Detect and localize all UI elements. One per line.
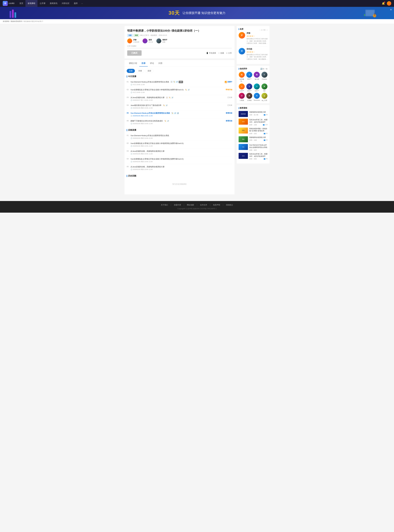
nav-news[interactable]: 新闻资讯 [48, 0, 60, 7]
lesson-title: Java项目面试实操 提升大厂面试成功率 ✏️ 🔗 [130, 104, 226, 107]
recommend-thumb-4: Vue [238, 144, 248, 150]
subtab-live[interactable]: 直播 [127, 69, 135, 73]
classmate-name: 1767** [239, 90, 244, 92]
logo[interactable]: 云朵课堂 [3, 1, 15, 6]
logo-text: 云朵课堂 [9, 2, 15, 4]
status-replay[interactable]: 查看回放 [226, 120, 232, 122]
mobile-watch-button[interactable]: 📱 手机观看 [206, 52, 216, 54]
tab-review[interactable]: 评论 [148, 60, 156, 67]
nav-problems[interactable]: 题库 [72, 0, 80, 7]
lesson-icon-edit[interactable]: ✏️ [185, 89, 187, 91]
teachers-nav[interactable]: ‹ 1 / 10 › › [260, 29, 268, 31]
lesson-item: 01 Vue Element+Node.js开发企业通用管理后台系统 🕐 202… [127, 133, 232, 141]
banner-close-button[interactable]: ✕ [390, 8, 392, 11]
nav-qa[interactable]: 问答社区 [60, 0, 72, 7]
recommend-item[interactable]: 前端 前端全栈加强版！前端全栈+全周期+多维应用 讲师：岱田 👥 56 [238, 128, 268, 135]
nav-home[interactable]: 首页 [17, 0, 26, 7]
footer-partner[interactable]: 合作伙伴 [200, 204, 207, 206]
lesson-icon-link[interactable]: 🔗 [166, 104, 168, 106]
recommend-thumb-1: Java [238, 119, 248, 125]
lesson-icon-edit[interactable]: ✏️ [171, 112, 173, 114]
lesson-item: 04 Vue全家桶实战 从零独立开发企业级小米电商系统(免费升级Vue3.0) … [127, 156, 232, 164]
recommend-item[interactable]: 高级电商 高级电商全线系统大课 讲师：张小锋 👥 34 [238, 111, 268, 117]
status-replay[interactable]: 查看回放 [226, 112, 232, 114]
lesson-icon-link[interactable]: 🔗 [174, 112, 176, 114]
lesson-num: 04 [127, 104, 130, 106]
next-teacher-icon[interactable]: › [267, 29, 268, 31]
lesson-title: 从Java后端到全栈，高级电商全栈系统大课 [130, 150, 232, 152]
lesson-item: 01 Vue Element+Node.js开发企业通用管理后台系统 📋 ✏️ … [127, 79, 232, 87]
nav-open[interactable]: 公开课 [37, 0, 48, 7]
recommend-teacher-3: 讲师：冷峰 [249, 139, 257, 141]
lesson-icon-clipboard[interactable]: 📋 [171, 81, 173, 83]
recommend-course-title-2: 前端全栈加强版！前端全栈+全周期+多维应用 [249, 128, 268, 132]
lesson-item: 06 跟随千万级项目从0到100全过程高效成长 ✏️ 🔗 🕐 [127, 118, 232, 126]
footer-sitemap[interactable]: 网站地图 [187, 204, 194, 206]
nav-more[interactable]: ··· [80, 0, 84, 7]
recommend-thumb-5: Java [238, 153, 248, 159]
course-badges: 直播 录播 246人已学习 · 有效期至：2019-10-21 [127, 34, 232, 37]
lesson-time: 🕐 2020/02/26 周四 10:00–11:00 [130, 107, 226, 109]
subtab-offline[interactable]: 面授 [145, 69, 154, 73]
lesson-icon-link[interactable]: 🔗 [171, 96, 173, 99]
lesson-title-active: Vue Element+Node.js开发企业通用管理后台系统 ✏️ 🔗 🔄 [130, 112, 224, 114]
lesson-item: 04 Java项目面试实操 提升大厂面试成功率 ✏️ 🔗 🕐 [127, 103, 232, 110]
status-soon: 即将开始 [226, 89, 232, 91]
tabs-content: 直播 录播 面授 今日直播 01 Vue Element+Node.js开发企业… [124, 67, 234, 194]
bell-icon[interactable]: 🔔 [382, 2, 385, 5]
recommend-item[interactable]: Java 玩转Java开发工具，精通JUC，成为开发多面手 讲师：王峰 👥 12… [238, 119, 268, 126]
classmate-name: qq_天涯 [262, 99, 267, 101]
progress-bar [127, 48, 232, 48]
lesson-num-active: 05 [127, 112, 130, 114]
lesson-time: 🕐 2020/02/26 周四 10:00–11:00 [130, 123, 224, 125]
lesson-icon-edit[interactable]: ✏️ [169, 96, 171, 99]
lesson-num: 06 [127, 120, 130, 122]
bought-button[interactable]: 已购买 [127, 50, 142, 56]
teacher-role-2: 助教 [162, 41, 167, 43]
lesson-num: 02 [127, 89, 130, 91]
footer-copyright: Copyright© 云朵学院 版权所有 京ICP备17051340号-1 [3, 208, 391, 210]
svg-rect-2 [5, 4, 5, 5]
subtab-record[interactable]: 录播 [136, 69, 144, 73]
user-avatar[interactable] [387, 1, 391, 6]
lesson-item: 03 从Java后端到全栈，高级电商全栈系统大课 🕐 2020/02/26 周四… [127, 149, 232, 156]
favorite-button[interactable]: ☆ 收藏 [218, 52, 224, 54]
breadcrumb-series[interactable]: 新媒体营销系列 [11, 20, 22, 22]
future-live-section: 后续直播 01 Vue Element+Node.js开发企业通用管理后台系统 … [127, 129, 232, 172]
lesson-icon-clipboard[interactable]: 📋 [166, 96, 168, 99]
lesson-icon-edit[interactable]: ✏️ [163, 104, 165, 106]
lesson-item: 02 Vue全家桶实战 从零独立开发企业级小米电商系统(免费升级Vue3.0) … [127, 87, 232, 95]
refresh-classmates-button[interactable]: 🔄 换一换 [260, 68, 268, 70]
footer-recruit[interactable]: 招纳纳士 [226, 204, 233, 206]
lesson-material-badge[interactable]: 资料 [179, 81, 183, 83]
nav-discover[interactable]: 发现课程 [26, 0, 37, 7]
recommend-item[interactable]: Java 玩转Java开发工具，精通JUC，成为开发多面手 讲师：岱田 👥 46 [238, 153, 268, 160]
classmate-item: B Bill [261, 83, 268, 92]
lesson-icon-edit[interactable]: ✏️ [164, 120, 166, 122]
footer-disclaimer[interactable]: 免责声明 [213, 204, 220, 206]
lesson-icon-link[interactable]: 🔗 [167, 120, 169, 122]
recommend-item[interactable]: 高级 高级电商全线系统大课 讲师：冷峰 👥 40 [238, 136, 268, 142]
classmate-item: 化 化学教书... [238, 72, 245, 82]
tab-qa[interactable]: 问答 [156, 60, 165, 67]
tab-catalog[interactable]: 目录 [139, 60, 148, 67]
classmates-card-title: 你的同学 [238, 68, 247, 70]
breadcrumb-discover[interactable]: 发现课程 [3, 20, 9, 22]
lesson-icon-link[interactable]: 🔗 [176, 81, 178, 83]
lesson-item: 05 从Java后端到全栈，高级电商全栈系统大课 🕐 2020/02/26 周四… [127, 164, 232, 172]
footer-about[interactable]: 关于我们 [161, 204, 168, 206]
lesson-icon-edit[interactable]: ✏️ [173, 81, 175, 83]
footer-agent[interactable]: 加盟代理 [174, 204, 181, 206]
lesson-link[interactable]: Vue Element+Node.js开发企业通用管理后台系统 [130, 112, 170, 114]
recommend-item[interactable]: Vue Vue Element+Node.js开发企业通用管理后台系统 讲师：张… [238, 144, 268, 151]
share-button[interactable]: ⊂ 分享 [226, 52, 232, 54]
classmate-name: Summers [254, 99, 260, 101]
lesson-icon-link[interactable]: 🔗 [188, 89, 190, 91]
history-section: 历史回顾 暂无历史回顾课程 [127, 175, 232, 189]
lesson-title: Vue全家桶实战 从零独立开发企业级小米电商系统(免费升级Vue3.0) [130, 142, 232, 145]
refresh-label: 换一换 [263, 68, 268, 70]
lesson-status: 已结束 [227, 96, 232, 99]
lesson-icon-refresh[interactable]: 🔄 [177, 112, 179, 114]
prev-teacher-icon[interactable]: ‹ [260, 29, 260, 31]
tab-intro[interactable]: 课程介绍 [127, 60, 139, 67]
